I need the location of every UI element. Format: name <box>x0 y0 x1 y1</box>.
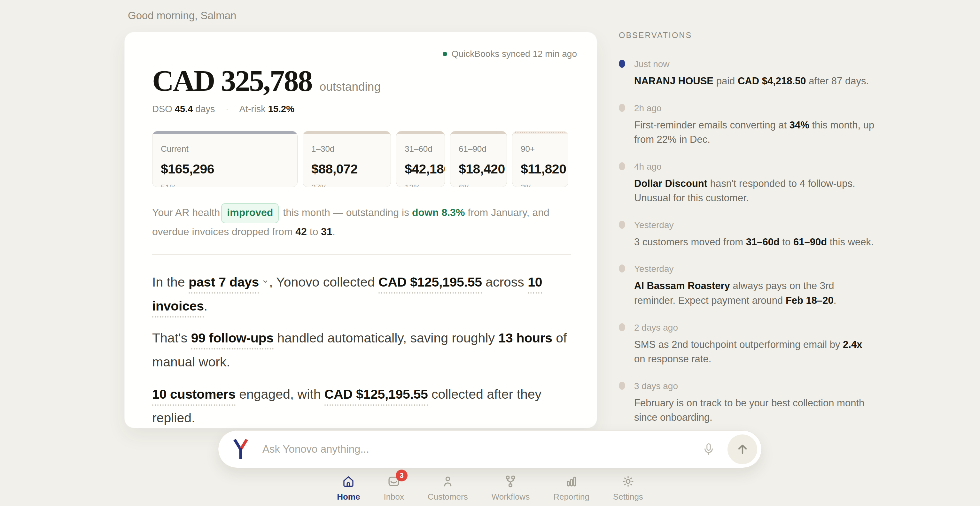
observations-timeline: Just now NARANJ HOUSE paid CAD $4,218.50… <box>619 59 875 425</box>
aging-bucket-ref: 31–60d <box>746 236 780 247</box>
timeline-dot-icon <box>619 162 625 170</box>
payment-amount: CAD $4,218.50 <box>738 75 806 87</box>
bottom-nav: Home 3 Inbox Customers <box>0 475 980 502</box>
observation-segment: February is on track to be your best col… <box>634 397 864 423</box>
conversion-rate: 34% <box>789 119 809 131</box>
observation-segment: First-reminder emails converting at <box>634 119 789 131</box>
bucket-amount: $88,072 <box>311 162 382 177</box>
customer-name: Al Bassam Roastery <box>634 280 730 291</box>
arrow-up-icon <box>735 442 749 456</box>
observation-segment: on response rate. <box>634 353 711 365</box>
customers-icon <box>441 475 455 488</box>
observation-time: 2 days ago <box>634 323 875 333</box>
insight-followups: That's 99 follow-ups handled automatical… <box>152 326 571 374</box>
bucket-percent: 51% <box>161 183 289 187</box>
observation-segment: 3 customers moved from <box>634 236 746 247</box>
greeting: Good morning, Salman <box>128 10 236 22</box>
nav-item-workflows[interactable]: Workflows <box>492 475 530 502</box>
observation-entry: 2h ago First-reminder emails converting … <box>619 103 875 147</box>
insight-customers: 10 customers engaged, with CAD $125,195.… <box>152 382 571 430</box>
bucket-amount: $42,180 <box>405 162 436 177</box>
observation-segment: after 87 days. <box>806 75 869 87</box>
microphone-icon <box>702 443 715 456</box>
atrisk-label: At-risk <box>239 104 266 114</box>
mic-button[interactable] <box>702 443 715 456</box>
insight-text: across <box>482 275 528 289</box>
observation-entry: 4h ago Dollar Discount hasn't responded … <box>619 162 875 205</box>
nav-item-settings[interactable]: Settings <box>613 475 643 502</box>
bucket-amount: $165,296 <box>161 162 289 177</box>
timeline-dot-icon <box>619 104 625 112</box>
outstanding-suffix: outstanding <box>320 80 381 94</box>
nav-label: Inbox <box>383 492 404 502</box>
card-divider <box>152 254 571 255</box>
customer-name: NARANJ HOUSE <box>634 75 713 87</box>
observation-entry: 3 days ago February is on track to be yo… <box>619 381 875 425</box>
observation-text: February is on track to be your best col… <box>634 396 875 425</box>
settings-icon <box>621 475 635 488</box>
nav-item-home[interactable]: Home <box>337 475 360 502</box>
timeline-dot-icon <box>619 265 625 273</box>
bucket-current[interactable]: Current $165,296 51% <box>152 131 298 187</box>
insights-section: In the past 7 days, Yonovo collected CAD… <box>152 270 571 430</box>
observation-time: Just now <box>634 59 875 69</box>
observation-text: Dollar Discount hasn't responded to 4 fo… <box>634 176 875 205</box>
bucket-90-plus[interactable]: 90+ $11,820 3% <box>512 131 568 187</box>
nav-item-inbox[interactable]: 3 Inbox <box>383 475 404 502</box>
bucket-accent-bar <box>512 131 568 134</box>
chevron-down-icon[interactable] <box>261 278 269 285</box>
observation-segment: paid <box>713 75 738 87</box>
customers-count-link[interactable]: 10 customers <box>152 387 235 406</box>
ar-health-text: this month — outstanding is <box>280 207 412 218</box>
overdue-to-count: 31 <box>321 226 332 237</box>
observation-entry: 2 days ago SMS as 2nd touchpoint outperf… <box>619 323 875 366</box>
period-selector[interactable]: past 7 days <box>189 275 259 293</box>
bucket-percent: 13% <box>405 183 436 187</box>
nav-item-customers[interactable]: Customers <box>428 475 468 502</box>
followups-count-link[interactable]: 99 follow-ups <box>191 331 274 349</box>
observation-entry: Yesterday Al Bassam Roastery always pays… <box>619 264 875 308</box>
insight-text: That's <box>152 331 191 345</box>
inbox-badge: 3 <box>396 470 407 481</box>
observation-time: 2h ago <box>634 103 875 113</box>
bucket-label: 1–30d <box>311 144 382 154</box>
insight-text: handled automatically, saving roughly <box>274 331 499 345</box>
insight-text: engaged, with <box>235 387 325 401</box>
timeline-dot-icon <box>619 323 625 331</box>
collected-amount-link[interactable]: CAD $125,195.55 <box>379 275 482 293</box>
dso-value: 45.4 <box>175 104 193 114</box>
bucket-label: 61–90d <box>459 144 498 154</box>
collected-amount-link-2[interactable]: CAD $125,195.55 <box>325 387 428 406</box>
observation-time: Yesterday <box>634 264 875 274</box>
outstanding-headline: CAD 325,788 outstanding <box>152 65 571 95</box>
observation-segment: SMS as 2nd touchpoint outperforming emai… <box>634 339 843 350</box>
bucket-percent: 6% <box>459 183 498 187</box>
quickbooks-sync-status: QuickBooks synced 12 min ago <box>443 49 577 59</box>
ask-input[interactable] <box>262 443 702 455</box>
observation-entry: Yesterday 3 customers moved from 31–60d … <box>619 220 875 249</box>
bucket-31-60d[interactable]: 31–60d $42,180 13% <box>396 131 445 187</box>
atrisk-value: 15.2% <box>268 104 294 114</box>
bucket-label: 90+ <box>521 144 560 154</box>
observation-text: First-reminder emails converting at 34% … <box>634 118 875 147</box>
timeline-dot-icon <box>619 382 625 390</box>
observation-time: Yesterday <box>634 220 875 230</box>
observation-segment: this week. <box>827 236 873 247</box>
observation-segment: . <box>834 295 837 306</box>
bucket-label: Current <box>161 144 289 154</box>
bucket-1-30d[interactable]: 1–30d $88,072 27% <box>303 131 391 187</box>
dso-label: DSO <box>152 104 172 114</box>
nav-label: Settings <box>613 492 643 502</box>
bucket-accent-bar <box>153 131 297 134</box>
nav-item-reporting[interactable]: Reporting <box>553 475 589 502</box>
kpi-row: DSO45.4days·At-risk15.2% <box>152 104 571 114</box>
send-button[interactable] <box>727 435 757 464</box>
hours-saved: 13 hours <box>498 331 552 345</box>
observation-text: NARANJ HOUSE paid CAD $4,218.50 after 87… <box>634 74 875 89</box>
insight-text: In the <box>152 275 189 289</box>
bucket-percent: 3% <box>521 183 560 187</box>
bucket-amount: $11,820 <box>521 162 560 177</box>
bucket-61-90d[interactable]: 61–90d $18,420 6% <box>450 131 507 187</box>
aging-bucket-ref: 61–90d <box>793 236 827 247</box>
bucket-accent-bar <box>303 131 391 134</box>
